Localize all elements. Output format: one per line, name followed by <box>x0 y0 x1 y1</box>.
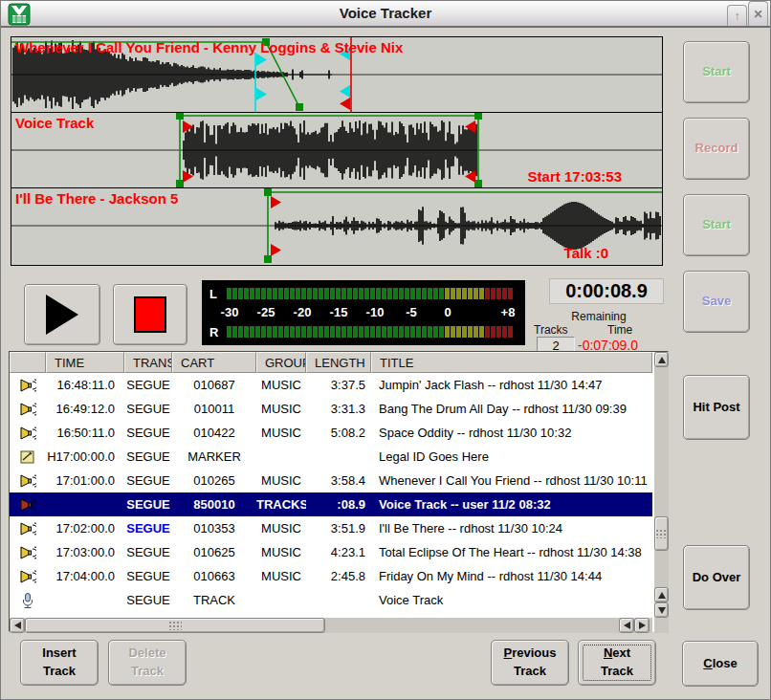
triangle-right-icon <box>639 622 646 629</box>
cell-time: 16:49:12.0 <box>46 397 124 421</box>
start-button-bottom[interactable]: Start <box>683 194 750 256</box>
log-header: TIMETRANSCARTGROUPLENGTHTITLE <box>10 352 652 373</box>
cell-trans: SEGUE <box>124 373 172 397</box>
log-row[interactable]: 16:49:12.0SEGUE010011MUSIC3:31.3Bang The… <box>10 397 652 421</box>
voice-tracker-window: Voice Tracker ↑ ✕ Whenever I Call You Fr… <box>0 0 771 700</box>
edit-marker[interactable] <box>465 170 475 183</box>
envelope-handle[interactable] <box>296 103 303 111</box>
log-row[interactable]: 17:04:00.0SEGUE010663MUSIC2:45.8Friday O… <box>10 564 652 588</box>
envelope-handle[interactable] <box>264 255 272 263</box>
horizontal-scroll-thumb[interactable] <box>25 618 325 633</box>
do-over-button[interactable]: Do Over <box>683 545 750 610</box>
play-button[interactable] <box>24 284 100 345</box>
envelope-handle[interactable] <box>474 113 482 120</box>
cell-title: Voice Track <box>371 588 652 612</box>
edit-marker[interactable] <box>340 98 350 110</box>
cell-icon <box>10 445 46 469</box>
vu-scale-tick: +8 <box>501 305 516 319</box>
log-row[interactable]: H17:00:00.0SEGUEMARKERLegal ID Goes Here <box>10 445 652 469</box>
column-header-time[interactable]: TIME <box>46 352 124 373</box>
log-row[interactable]: 17:03:00.0SEGUE010625MUSIC4:23.1Total Ec… <box>10 540 652 564</box>
insert-track-button[interactable]: InsertTrack <box>20 640 99 686</box>
scroll-down-button[interactable] <box>654 602 669 618</box>
stop-icon <box>134 296 166 333</box>
remaining-label: Remaining <box>541 310 656 323</box>
close-button[interactable]: Close <box>682 641 759 687</box>
log-row[interactable]: SEGUETRACKVoice Track <box>10 588 652 612</box>
hit-post-button[interactable]: Hit Post <box>683 375 750 440</box>
track-panel-overlapping-song[interactable]: Whenever I Call You Friend - Kenny Loggi… <box>11 37 662 113</box>
column-header-cart[interactable]: CART <box>172 352 256 373</box>
envelope-handle[interactable] <box>264 188 272 196</box>
cell-trans: SEGUE <box>124 588 172 612</box>
cell-title: Total Eclipse Of The Heart -- rdhost 11/… <box>371 540 652 564</box>
cell-len: 3:58.4 <box>306 469 371 492</box>
elapsed-time-display: 0:00:08.9 <box>549 278 664 304</box>
column-header-trans[interactable]: TRANS <box>124 352 172 373</box>
cell-len: 4:23.1 <box>306 540 371 564</box>
scroll-up-button[interactable] <box>654 352 669 367</box>
column-header-title[interactable]: TITLE <box>371 352 652 373</box>
speaker-icon <box>19 520 36 537</box>
log-row[interactable]: 17:01:00.0SEGUE010265MUSIC3:58.4Whenever… <box>10 469 652 492</box>
close-icon[interactable]: ✕ <box>748 1 768 26</box>
vu-scale-tick: -30 <box>221 305 239 319</box>
cell-group <box>256 445 306 469</box>
horizontal-scrollbar[interactable] <box>10 618 652 633</box>
talk-time-label: Talk :0 <box>564 245 608 261</box>
delete-track-button[interactable]: DeleteTrack <box>108 640 187 686</box>
record-button[interactable]: Record <box>683 118 750 180</box>
previous-track-button[interactable]: PreviousTrack <box>491 640 569 686</box>
column-header-icon[interactable] <box>10 352 46 373</box>
cell-trans: SEGUE <box>124 516 172 540</box>
vertical-scrollbar[interactable] <box>654 352 669 633</box>
cell-group: MUSIC <box>256 373 306 397</box>
vu-left-bar <box>227 288 514 299</box>
vu-left-label: L <box>209 287 217 301</box>
log-row[interactable]: 16:50:11.0SEGUE010422MUSIC5:08.2Space Od… <box>10 421 652 445</box>
cell-group: MUSIC <box>256 516 306 540</box>
save-button[interactable]: Save <box>683 271 750 333</box>
cell-title: Space Oddity -- rdhost 11/30 10:32 <box>371 421 652 445</box>
start-button-top[interactable]: Start <box>683 41 750 103</box>
log-row-selected[interactable]: SEGUE850010TRACKS:08.9Voice Track -- use… <box>10 492 652 516</box>
cell-len: :08.9 <box>306 492 371 516</box>
cell-group: MUSIC <box>256 421 306 445</box>
cell-icon <box>10 373 46 397</box>
next-track-button[interactable]: NextTrack <box>578 640 656 686</box>
cell-len: 5:08.2 <box>306 421 371 445</box>
scroll-up-button-2[interactable] <box>654 587 669 602</box>
track-panel-next-song[interactable]: I'll Be There - Jackson 5 Talk :0 <box>11 188 662 264</box>
cell-icon <box>10 564 46 588</box>
vu-right-label: R <box>209 325 218 339</box>
cell-icon <box>10 397 46 421</box>
edit-marker[interactable] <box>271 244 281 256</box>
track-panel-voice-track[interactable]: Voice Track Start 17:03:53 <box>11 113 662 188</box>
cell-group <box>256 588 306 612</box>
scroll-right-button[interactable] <box>634 618 650 633</box>
cell-trans: SEGUE <box>124 445 172 469</box>
cell-icon <box>10 588 46 612</box>
shade-icon[interactable]: ↑ <box>727 5 747 26</box>
envelope-handle[interactable] <box>474 180 482 187</box>
stop-button[interactable] <box>113 284 187 345</box>
edit-marker[interactable] <box>256 88 267 100</box>
titlebar[interactable]: Voice Tracker ↑ ✕ <box>1 1 770 28</box>
envelope-handle[interactable] <box>176 113 184 120</box>
column-header-group[interactable]: GROUP <box>256 352 306 373</box>
speaker-icon <box>19 544 36 561</box>
edit-marker[interactable] <box>340 85 350 98</box>
column-header-length[interactable]: LENGTH <box>306 352 371 373</box>
cell-title: Friday On My Mind -- rdhost 11/30 14:44 <box>371 564 652 588</box>
log-row[interactable]: 16:48:11.0SEGUE010687MUSIC3:37.5Jumpin' … <box>10 373 652 397</box>
log-row[interactable]: 17:02:00.0SEGUE010353MUSIC3:51.9I'll Be … <box>10 516 652 540</box>
cell-len: 3:31.3 <box>306 397 371 421</box>
vu-scale-tick: -5 <box>406 305 417 319</box>
log-table: TIMETRANSCARTGROUPLENGTHTITLE 16:48:11.0… <box>9 351 669 632</box>
vertical-scroll-thumb[interactable] <box>654 516 669 551</box>
scroll-left-button[interactable] <box>10 618 25 633</box>
edit-marker[interactable] <box>271 196 281 208</box>
envelope-handle[interactable] <box>176 180 184 187</box>
scroll-left-button-2[interactable] <box>619 618 634 633</box>
cell-time: 17:02:00.0 <box>46 516 124 540</box>
